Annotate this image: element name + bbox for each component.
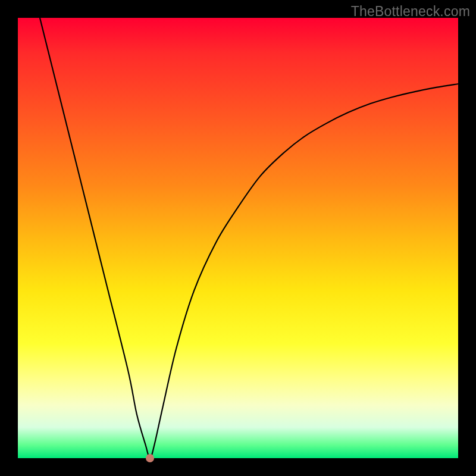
optimal-point-marker — [146, 454, 154, 462]
watermark: TheBottleneck.com — [351, 4, 470, 20]
bottleneck-curve — [18, 18, 458, 458]
chart-area — [18, 18, 458, 458]
